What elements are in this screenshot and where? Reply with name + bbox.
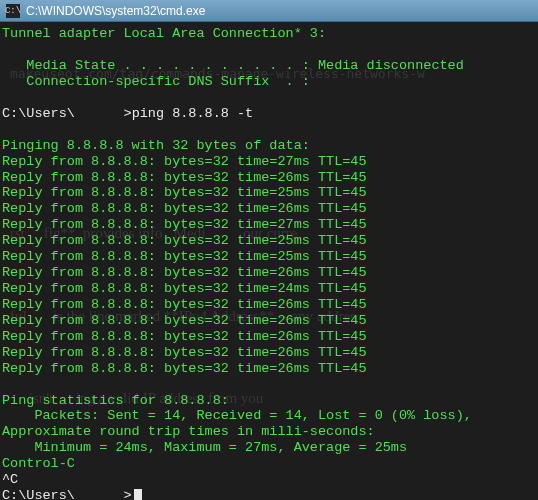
ping-reply: Reply from 8.8.8.8: bytes=32 time=25ms T… [2,185,536,201]
caret-c: ^C [2,472,536,488]
blank-line [2,377,536,393]
pinging-header: Pinging 8.8.8.8 with 32 bytes of data: [2,138,536,154]
media-state-label: Media State . . . . . . . . . . . : [2,58,310,73]
stats-packets: Packets: Sent = 14, Received = 14, Lost … [2,408,536,424]
blank-line [2,42,536,58]
ping-reply: Reply from 8.8.8.8: bytes=32 time=27ms T… [2,217,536,233]
media-state-line: Media State . . . . . . . . . . . : Medi… [2,58,536,74]
blank-line [2,122,536,138]
prompt-path: C:\Users\ > [2,488,132,500]
stats-rtt-header: Approximate round trip times in milli-se… [2,424,536,440]
ping-command: ping 8.8.8.8 -t [132,106,254,121]
terminal-output[interactable]: Tunnel adapter Local Area Connection* 3:… [0,22,538,500]
stats-rtt: Minimum = 24ms, Maximum = 27ms, Average … [2,440,536,456]
dns-suffix-line: Connection-specific DNS Suffix . : [2,74,536,90]
ping-reply: Reply from 8.8.8.8: bytes=32 time=24ms T… [2,281,536,297]
ping-reply: Reply from 8.8.8.8: bytes=32 time=26ms T… [2,345,536,361]
stats-header: Ping statistics for 8.8.8.8: [2,393,536,409]
ping-reply: Reply from 8.8.8.8: bytes=32 time=26ms T… [2,329,536,345]
prompt-path: C:\Users\ > [2,106,132,121]
prompt-line-1: C:\Users\ >ping 8.8.8.8 -t [2,106,536,122]
ping-reply: Reply from 8.8.8.8: bytes=32 time=26ms T… [2,170,536,186]
adapter-header: Tunnel adapter Local Area Connection* 3: [2,26,536,42]
cursor [134,489,142,500]
media-state-value: Media disconnected [310,58,464,73]
ping-reply: Reply from 8.8.8.8: bytes=32 time=26ms T… [2,361,536,377]
ping-reply: Reply from 8.8.8.8: bytes=32 time=25ms T… [2,249,536,265]
cmd-icon: C:\ [6,4,20,18]
ping-reply: Reply from 8.8.8.8: bytes=32 time=25ms T… [2,233,536,249]
window-title-bar[interactable]: C:\ C:\WINDOWS\system32\cmd.exe [0,0,538,22]
control-c: Control-C [2,456,536,472]
window-title: C:\WINDOWS\system32\cmd.exe [26,4,205,18]
blank-line [2,90,536,106]
prompt-line-2[interactable]: C:\Users\ > [2,488,536,500]
ping-reply: Reply from 8.8.8.8: bytes=32 time=26ms T… [2,201,536,217]
ping-reply: Reply from 8.8.8.8: bytes=32 time=26ms T… [2,297,536,313]
ping-reply: Reply from 8.8.8.8: bytes=32 time=27ms T… [2,154,536,170]
ping-reply: Reply from 8.8.8.8: bytes=32 time=26ms T… [2,313,536,329]
ping-reply: Reply from 8.8.8.8: bytes=32 time=26ms T… [2,265,536,281]
